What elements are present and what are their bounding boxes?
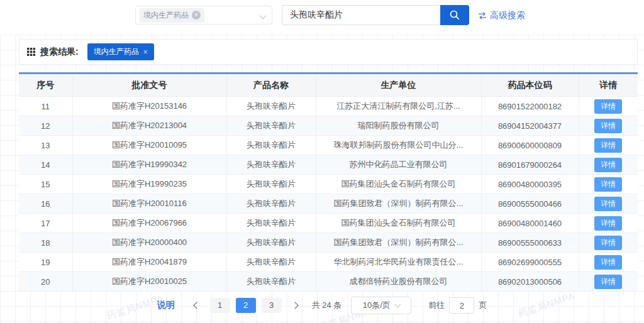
goto-page-input[interactable] <box>449 297 474 314</box>
row-detail-cell: 详情 <box>579 214 638 233</box>
row-detail-cell: 详情 <box>579 116 638 136</box>
row-product: 头孢呋辛酯片 <box>226 214 316 233</box>
row-detail-cell: 详情 <box>579 155 638 175</box>
row-product: 头孢呋辛酯片 <box>226 233 316 253</box>
row-approval: 国药准字H20041879 <box>72 253 226 272</box>
table-row: 16国药准字H20010116头孢呋辛酯片国药集团致君（深圳）制药有限公...8… <box>19 194 638 214</box>
col-header-no: 序号 <box>19 74 72 97</box>
row-manufacturer: 珠海联邦制药股份有限公司中山分... <box>316 136 481 155</box>
row-code: 86900480000395 <box>481 175 579 194</box>
row-code: 86900555000633 <box>481 233 579 253</box>
page-numbers: 123 <box>210 298 282 313</box>
row-code: 86902699000555 <box>481 253 579 272</box>
col-header-code: 药品本位码 <box>481 74 579 97</box>
row-no: 17 <box>19 214 72 233</box>
row-approval: 国药准字H20010116 <box>72 194 226 214</box>
row-approval: 国药准字H20067966 <box>72 214 226 233</box>
detail-button[interactable]: 详情 <box>594 99 622 114</box>
chevron-down-icon <box>394 302 401 308</box>
row-manufacturer: 国药集团致君（深圳）制药有限公... <box>316 194 481 214</box>
search-bar: 境内生产药品 × 高级搜索 <box>0 0 644 35</box>
row-no: 19 <box>19 253 72 272</box>
next-page-button[interactable] <box>287 298 303 313</box>
detail-button[interactable]: 详情 <box>594 177 622 192</box>
row-manufacturer: 华北制药河北华民药业有限责任公... <box>316 253 481 272</box>
page-button-2[interactable]: 2 <box>236 298 256 313</box>
detail-button[interactable]: 详情 <box>594 158 622 172</box>
row-product: 头孢呋辛酯片 <box>226 136 316 155</box>
chevron-left-icon <box>193 302 200 309</box>
row-manufacturer: 国药集团汕头金石制药有限公司 <box>316 175 481 194</box>
note-link[interactable]: 说明 <box>157 300 175 311</box>
category-tag-label: 境内生产药品 <box>143 10 189 21</box>
table-row: 18国药准字H20000400头孢呋辛酯片国药集团致君（深圳）制药有限公...8… <box>19 233 638 253</box>
row-code: 86902013000506 <box>481 272 579 292</box>
row-code: 86900480001460 <box>481 214 579 233</box>
row-product: 头孢呋辛酯片 <box>226 175 316 194</box>
row-manufacturer: 国药集团汕头金石制药有限公司 <box>316 214 481 233</box>
search-button[interactable] <box>440 5 469 25</box>
row-product: 头孢呋辛酯片 <box>226 253 316 272</box>
row-product: 头孢呋辛酯片 <box>226 116 316 136</box>
row-code: 86900600000809 <box>481 136 579 155</box>
table-row: 17国药准字H20067966头孢呋辛酯片国药集团汕头金石制药有限公司86900… <box>19 214 638 233</box>
chevron-right-icon <box>291 302 298 309</box>
row-approval: 国药准字H20010025 <box>72 272 226 292</box>
category-tag: 境内生产药品 × <box>140 8 204 23</box>
row-product: 头孢呋辛酯片 <box>226 272 316 292</box>
row-detail-cell: 详情 <box>579 136 638 155</box>
col-header-approval: 批准文号 <box>72 74 226 97</box>
filter-tag-label: 境内生产药品 <box>94 47 139 57</box>
filter-tag-close-icon[interactable]: × <box>143 48 148 57</box>
row-no: 15 <box>19 175 72 194</box>
detail-button[interactable]: 详情 <box>594 119 622 133</box>
table-row: 20国药准字H20010025头孢呋辛酯片成都倍特药业股份有限公司8690201… <box>19 272 638 292</box>
detail-button[interactable]: 详情 <box>594 255 622 270</box>
row-detail-cell: 详情 <box>579 175 638 194</box>
table-row: 19国药准字H20041879头孢呋辛酯片华北制药河北华民药业有限责任公...8… <box>19 253 638 272</box>
prev-page-button[interactable] <box>189 298 204 313</box>
grid-icon <box>27 48 35 56</box>
goto-suffix-label: 页 <box>479 300 487 311</box>
row-detail-cell: 详情 <box>579 97 638 116</box>
row-detail-cell: 详情 <box>579 233 638 253</box>
row-approval: 国药准字H19990342 <box>72 155 226 175</box>
row-manufacturer: 国药集团致君（深圳）制药有限公... <box>316 233 481 253</box>
filter-tag: 境内生产药品 × <box>87 43 154 60</box>
advanced-search-label: 高级搜索 <box>490 10 525 21</box>
row-product: 头孢呋辛酯片 <box>226 194 316 214</box>
row-manufacturer: 成都倍特药业股份有限公司 <box>316 272 481 292</box>
detail-button[interactable]: 详情 <box>594 236 622 250</box>
detail-button[interactable]: 详情 <box>594 197 622 211</box>
filter-sliders-icon <box>478 11 487 20</box>
pagination-bar: 说明 123 共 24 条 10条/页 前往 页 <box>0 297 644 314</box>
chevron-down-icon <box>259 12 266 19</box>
row-approval: 国药准字H19990235 <box>72 175 226 194</box>
table-row: 12国药准字H20213004头孢呋辛酯片瑞阳制药股份有限公司869041520… <box>19 116 638 136</box>
page-size-select[interactable]: 10条/页 <box>351 297 411 314</box>
category-select[interactable]: 境内生产药品 × <box>135 6 272 25</box>
detail-button[interactable]: 详情 <box>594 138 622 153</box>
table-header-row: 序号 批准文号 产品名称 生产单位 药品本位码 详情 <box>19 74 638 97</box>
row-no: 20 <box>19 272 72 292</box>
category-tag-close-icon[interactable]: × <box>192 11 201 19</box>
row-detail-cell: 详情 <box>579 272 638 292</box>
row-manufacturer: 瑞阳制药股份有限公司 <box>316 116 481 136</box>
advanced-search-link[interactable]: 高级搜索 <box>478 10 525 21</box>
row-approval: 国药准字H20010095 <box>72 136 226 155</box>
row-code: 86901679000264 <box>481 155 579 175</box>
page-button-1[interactable]: 1 <box>210 298 230 313</box>
search-results-label: 搜索结果: <box>40 47 79 58</box>
row-approval: 国药准字H20000400 <box>72 233 226 253</box>
search-input[interactable] <box>282 5 440 25</box>
row-code: 86901522000182 <box>481 97 579 116</box>
detail-button[interactable]: 详情 <box>594 275 622 289</box>
search-icon <box>449 9 460 21</box>
row-no: 11 <box>19 97 72 116</box>
row-no: 18 <box>19 233 72 253</box>
detail-button[interactable]: 详情 <box>594 216 622 231</box>
page-button-3[interactable]: 3 <box>262 298 282 313</box>
row-product: 头孢呋辛酯片 <box>226 97 316 116</box>
table-row: 14国药准字H19990342头孢呋辛酯片苏州中化药品工业有限公司8690167… <box>19 155 638 175</box>
row-manufacturer: 江苏正大清江制药有限公司,江苏... <box>316 97 481 116</box>
